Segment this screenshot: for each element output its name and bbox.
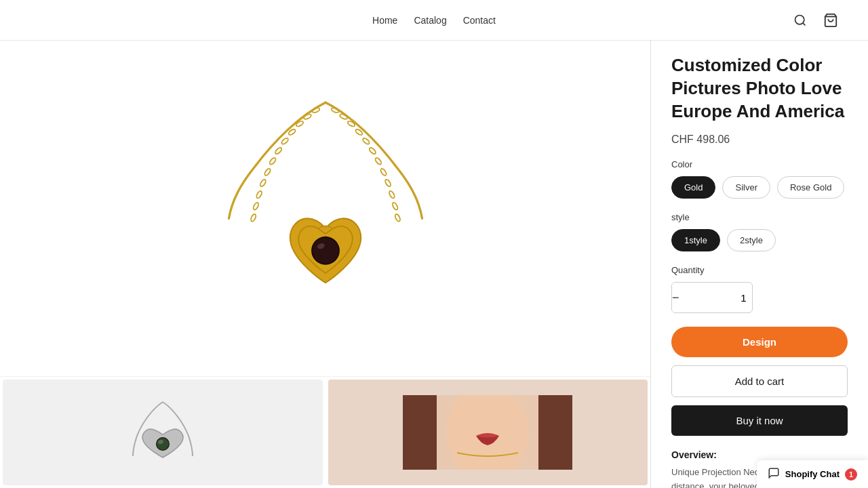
svg-point-19	[361, 137, 370, 145]
chat-label: Shopify Chat	[785, 469, 840, 479]
svg-point-22	[379, 167, 387, 176]
chat-widget[interactable]: Shopify Chat 1	[757, 460, 868, 488]
svg-point-10	[263, 167, 271, 176]
chat-badge: 1	[845, 468, 857, 481]
nav-contact[interactable]: Contact	[463, 15, 496, 26]
quantity-decrease[interactable]: −	[672, 283, 679, 312]
product-image-svg: .chain-link { fill: none; stroke: #c9a22…	[197, 56, 454, 361]
add-to-cart-button[interactable]: Add to cart	[671, 365, 848, 397]
search-button[interactable]	[791, 11, 810, 30]
style-options: 1style 2style	[671, 229, 848, 251]
color-silver[interactable]: Silver	[722, 176, 770, 199]
svg-rect-36	[538, 395, 572, 470]
svg-point-23	[384, 178, 391, 187]
product-title: Customized Color Pictures Photo Love Eur…	[671, 54, 848, 123]
overview-title: Overview:	[671, 449, 848, 460]
svg-point-37	[447, 395, 528, 470]
thumbnail-2[interactable]	[328, 380, 648, 485]
svg-point-13	[252, 201, 259, 210]
cart-icon	[823, 13, 838, 28]
search-icon	[793, 14, 807, 27]
svg-rect-35	[403, 395, 437, 470]
buy-now-button[interactable]: Buy it now	[671, 405, 848, 436]
svg-line-1	[803, 22, 806, 25]
svg-point-15	[330, 107, 339, 113]
svg-point-16	[339, 113, 348, 120]
svg-point-14	[250, 213, 256, 222]
svg-point-24	[388, 190, 395, 199]
svg-point-26	[394, 213, 401, 222]
svg-point-32	[157, 438, 169, 450]
nav-home[interactable]: Home	[372, 15, 397, 26]
color-gold[interactable]: Gold	[671, 176, 715, 199]
cart-button[interactable]	[821, 10, 841, 30]
color-rose-gold[interactable]: Rose Gold	[777, 176, 844, 199]
svg-point-20	[368, 146, 376, 155]
quantity-label: Quantity	[671, 265, 848, 275]
header-icons	[791, 10, 841, 30]
thumb-svg-1	[122, 395, 203, 470]
thumb-svg-2	[403, 395, 572, 470]
svg-point-12	[255, 190, 262, 199]
svg-point-8	[274, 146, 282, 155]
svg-point-29	[313, 237, 338, 263]
chat-icon	[768, 467, 780, 481]
svg-point-0	[795, 15, 804, 24]
nav-catalog[interactable]: Catalog	[414, 15, 446, 26]
thumbnail-1[interactable]	[3, 380, 323, 485]
quantity-control: − +	[671, 282, 753, 313]
svg-point-21	[374, 157, 382, 165]
thumbnail-row	[0, 376, 650, 488]
main-content: .chain-link { fill: none; stroke: #c9a22…	[0, 41, 868, 488]
product-price: CHF 498.06	[671, 134, 848, 146]
quantity-input[interactable]	[679, 292, 753, 304]
color-label: Color	[671, 159, 848, 169]
svg-point-11	[259, 178, 267, 187]
product-info-panel: Customized Color Pictures Photo Love Eur…	[651, 41, 868, 488]
main-nav: Home Catalog Contact	[372, 15, 496, 26]
color-options: Gold Silver Rose Gold	[671, 176, 848, 199]
svg-point-25	[391, 201, 398, 210]
product-gallery: .chain-link { fill: none; stroke: #c9a22…	[0, 41, 650, 488]
main-image: .chain-link { fill: none; stroke: #c9a22…	[0, 41, 650, 376]
svg-point-3	[311, 107, 320, 113]
svg-point-9	[269, 157, 277, 165]
svg-point-4	[303, 113, 312, 120]
style-2[interactable]: 2style	[727, 229, 776, 251]
design-button[interactable]: Design	[671, 327, 848, 357]
svg-point-7	[280, 137, 288, 145]
site-header: Home Catalog Contact	[0, 0, 868, 41]
style-1[interactable]: 1style	[671, 229, 720, 251]
style-label: style	[671, 212, 848, 222]
